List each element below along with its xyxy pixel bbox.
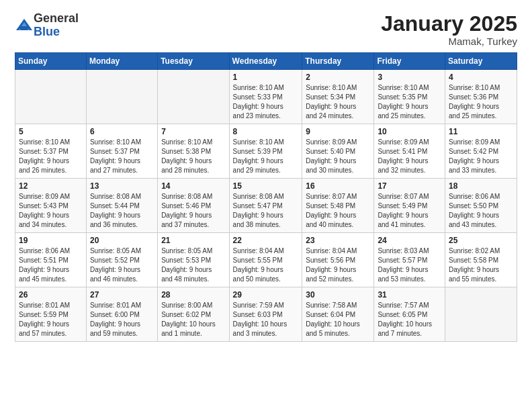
calendar: SundayMondayTuesdayWednesdayThursdayFrid… [15, 52, 517, 342]
weekday-header-wednesday: Wednesday [229, 53, 302, 70]
day-info: Sunrise: 7:57 AM Sunset: 6:05 PM Dayligh… [378, 301, 441, 338]
day-number: 7 [161, 127, 225, 136]
day-number: 30 [306, 290, 370, 300]
day-number: 15 [233, 181, 299, 191]
day-info: Sunrise: 8:09 AM Sunset: 5:43 PM Dayligh… [19, 192, 83, 230]
day-number: 9 [306, 127, 370, 136]
day-number: 27 [90, 290, 154, 300]
calendar-cell: 18Sunrise: 8:06 AM Sunset: 5:50 PM Dayli… [445, 179, 517, 233]
week-row-1: 1Sunrise: 8:10 AM Sunset: 5:33 PM Daylig… [15, 70, 517, 124]
day-number: 3 [378, 73, 441, 82]
day-info: Sunrise: 8:08 AM Sunset: 5:46 PM Dayligh… [161, 192, 225, 230]
calendar-cell: 30Sunrise: 7:58 AM Sunset: 6:04 PM Dayli… [302, 287, 374, 342]
day-info: Sunrise: 8:05 AM Sunset: 5:53 PM Dayligh… [161, 246, 225, 284]
day-info: Sunrise: 8:10 AM Sunset: 5:35 PM Dayligh… [378, 83, 441, 121]
day-info: Sunrise: 8:05 AM Sunset: 5:52 PM Dayligh… [90, 246, 154, 284]
day-info: Sunrise: 8:04 AM Sunset: 5:55 PM Dayligh… [233, 246, 299, 284]
day-number: 31 [378, 290, 441, 300]
day-info: Sunrise: 8:09 AM Sunset: 5:41 PM Dayligh… [378, 138, 441, 175]
calendar-cell: 29Sunrise: 7:59 AM Sunset: 6:03 PM Dayli… [229, 287, 302, 342]
weekday-header-friday: Friday [374, 53, 445, 70]
logo-blue-text: Blue [34, 26, 79, 39]
calendar-cell [86, 70, 157, 124]
calendar-cell: 25Sunrise: 8:02 AM Sunset: 5:58 PM Dayli… [445, 233, 517, 287]
weekday-header-monday: Monday [86, 53, 157, 70]
location: Mamak, Turkey [381, 36, 517, 47]
day-info: Sunrise: 8:06 AM Sunset: 5:50 PM Dayligh… [449, 192, 513, 230]
calendar-cell: 23Sunrise: 8:04 AM Sunset: 5:56 PM Dayli… [302, 233, 374, 287]
month-title: January 2025 [381, 12, 517, 36]
week-row-5: 26Sunrise: 8:01 AM Sunset: 5:59 PM Dayli… [15, 287, 517, 342]
calendar-cell: 2Sunrise: 8:10 AM Sunset: 5:34 PM Daylig… [302, 70, 374, 124]
title-block: January 2025 Mamak, Turkey [381, 12, 517, 47]
day-number: 12 [19, 181, 83, 191]
calendar-cell: 7Sunrise: 8:10 AM Sunset: 5:38 PM Daylig… [158, 124, 229, 179]
calendar-cell: 31Sunrise: 7:57 AM Sunset: 6:05 PM Dayli… [374, 287, 445, 342]
day-number: 5 [19, 127, 83, 136]
day-number: 13 [90, 181, 154, 191]
day-number: 2 [306, 73, 370, 82]
day-number: 16 [306, 181, 370, 191]
week-row-4: 19Sunrise: 8:06 AM Sunset: 5:51 PM Dayli… [15, 233, 517, 287]
calendar-cell: 6Sunrise: 8:10 AM Sunset: 5:37 PM Daylig… [86, 124, 157, 179]
calendar-cell [158, 70, 229, 124]
day-number: 14 [161, 181, 225, 191]
day-number: 8 [233, 127, 299, 136]
weekday-header-thursday: Thursday [302, 53, 374, 70]
calendar-cell: 9Sunrise: 8:09 AM Sunset: 5:40 PM Daylig… [302, 124, 374, 179]
logo-text: General Blue [34, 12, 79, 39]
calendar-cell: 27Sunrise: 8:01 AM Sunset: 6:00 PM Dayli… [86, 287, 157, 342]
day-info: Sunrise: 8:07 AM Sunset: 5:49 PM Dayligh… [378, 192, 441, 230]
day-number: 4 [449, 73, 513, 82]
svg-rect-2 [20, 26, 28, 30]
page: General Blue January 2025 Mamak, Turkey … [0, 0, 532, 411]
calendar-cell: 19Sunrise: 8:06 AM Sunset: 5:51 PM Dayli… [15, 233, 87, 287]
day-number: 24 [378, 236, 441, 245]
day-info: Sunrise: 8:08 AM Sunset: 5:44 PM Dayligh… [90, 192, 154, 230]
day-number: 10 [378, 127, 441, 136]
calendar-cell: 28Sunrise: 8:00 AM Sunset: 6:02 PM Dayli… [158, 287, 229, 342]
day-info: Sunrise: 8:06 AM Sunset: 5:51 PM Dayligh… [19, 246, 83, 284]
calendar-cell: 26Sunrise: 8:01 AM Sunset: 5:59 PM Dayli… [15, 287, 87, 342]
day-number: 1 [233, 73, 299, 82]
day-number: 17 [378, 181, 441, 191]
calendar-cell: 4Sunrise: 8:10 AM Sunset: 5:36 PM Daylig… [445, 70, 517, 124]
day-number: 29 [233, 290, 299, 300]
weekday-header-row: SundayMondayTuesdayWednesdayThursdayFrid… [15, 53, 517, 70]
day-info: Sunrise: 8:10 AM Sunset: 5:33 PM Dayligh… [233, 83, 299, 121]
day-info: Sunrise: 8:01 AM Sunset: 6:00 PM Dayligh… [90, 301, 154, 338]
week-row-2: 5Sunrise: 8:10 AM Sunset: 5:37 PM Daylig… [15, 124, 517, 179]
day-info: Sunrise: 8:02 AM Sunset: 5:58 PM Dayligh… [449, 246, 513, 284]
calendar-cell: 22Sunrise: 8:04 AM Sunset: 5:55 PM Dayli… [229, 233, 302, 287]
calendar-cell: 17Sunrise: 8:07 AM Sunset: 5:49 PM Dayli… [374, 179, 445, 233]
calendar-cell: 14Sunrise: 8:08 AM Sunset: 5:46 PM Dayli… [158, 179, 229, 233]
day-number: 28 [161, 290, 225, 300]
day-info: Sunrise: 7:59 AM Sunset: 6:03 PM Dayligh… [233, 301, 299, 338]
day-info: Sunrise: 8:09 AM Sunset: 5:42 PM Dayligh… [449, 138, 513, 175]
day-number: 18 [449, 181, 513, 191]
day-info: Sunrise: 8:01 AM Sunset: 5:59 PM Dayligh… [19, 301, 83, 338]
weekday-header-sunday: Sunday [15, 53, 87, 70]
calendar-cell: 13Sunrise: 8:08 AM Sunset: 5:44 PM Dayli… [86, 179, 157, 233]
day-number: 11 [449, 127, 513, 136]
header: General Blue January 2025 Mamak, Turkey [15, 12, 517, 47]
day-info: Sunrise: 8:10 AM Sunset: 5:39 PM Dayligh… [233, 138, 299, 175]
day-info: Sunrise: 8:09 AM Sunset: 5:40 PM Dayligh… [306, 138, 370, 175]
day-info: Sunrise: 8:10 AM Sunset: 5:37 PM Dayligh… [90, 138, 154, 175]
day-info: Sunrise: 7:58 AM Sunset: 6:04 PM Dayligh… [306, 301, 370, 338]
calendar-cell [445, 287, 517, 342]
logo: General Blue [15, 12, 79, 39]
day-number: 6 [90, 127, 154, 136]
calendar-cell: 5Sunrise: 8:10 AM Sunset: 5:37 PM Daylig… [15, 124, 87, 179]
week-row-3: 12Sunrise: 8:09 AM Sunset: 5:43 PM Dayli… [15, 179, 517, 233]
day-number: 21 [161, 236, 225, 245]
day-number: 19 [19, 236, 83, 245]
calendar-cell: 10Sunrise: 8:09 AM Sunset: 5:41 PM Dayli… [374, 124, 445, 179]
day-info: Sunrise: 8:03 AM Sunset: 5:57 PM Dayligh… [378, 246, 441, 284]
calendar-cell: 15Sunrise: 8:08 AM Sunset: 5:47 PM Dayli… [229, 179, 302, 233]
calendar-cell: 1Sunrise: 8:10 AM Sunset: 5:33 PM Daylig… [229, 70, 302, 124]
weekday-header-saturday: Saturday [445, 53, 517, 70]
calendar-cell: 24Sunrise: 8:03 AM Sunset: 5:57 PM Dayli… [374, 233, 445, 287]
calendar-cell: 11Sunrise: 8:09 AM Sunset: 5:42 PM Dayli… [445, 124, 517, 179]
day-info: Sunrise: 8:10 AM Sunset: 5:38 PM Dayligh… [161, 138, 225, 175]
